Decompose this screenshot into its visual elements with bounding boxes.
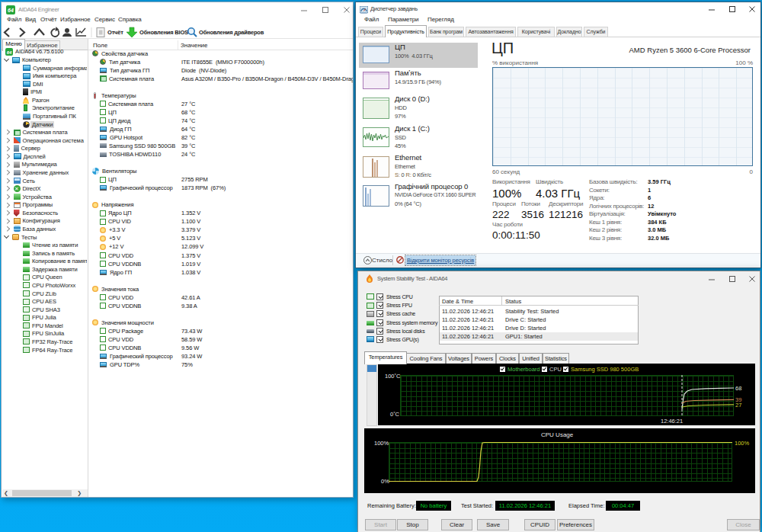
svg-text:64: 64 [8, 8, 14, 13]
svg-text:64: 64 [7, 50, 12, 55]
